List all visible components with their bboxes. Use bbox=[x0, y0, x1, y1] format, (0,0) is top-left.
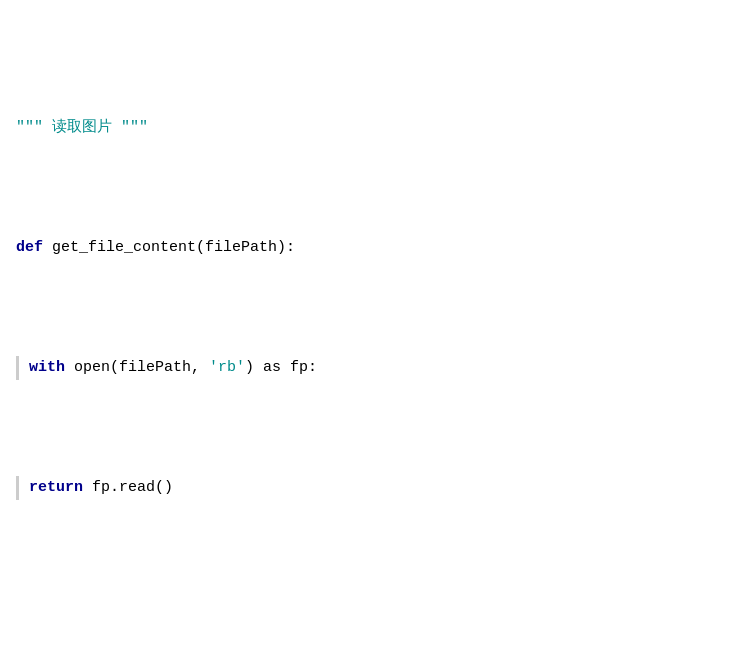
comment1-text: """ 读取图片 """ bbox=[16, 116, 148, 140]
code-editor: """ 读取图片 """ def get_file_content(filePa… bbox=[0, 12, 755, 657]
string-rb: 'rb' bbox=[209, 356, 245, 380]
line-comment1: """ 读取图片 """ bbox=[16, 116, 739, 140]
keyword-return: return bbox=[29, 476, 83, 500]
func-name: get_file_content bbox=[52, 236, 196, 260]
gap1 bbox=[16, 572, 739, 592]
line-return: return fp.read() bbox=[16, 476, 739, 500]
line-with: with open(filePath, 'rb') as fp: bbox=[16, 356, 739, 380]
keyword-with: with bbox=[29, 356, 65, 380]
keyword-def: def bbox=[16, 236, 52, 260]
line-def: def get_file_content(filePath): bbox=[16, 236, 739, 260]
